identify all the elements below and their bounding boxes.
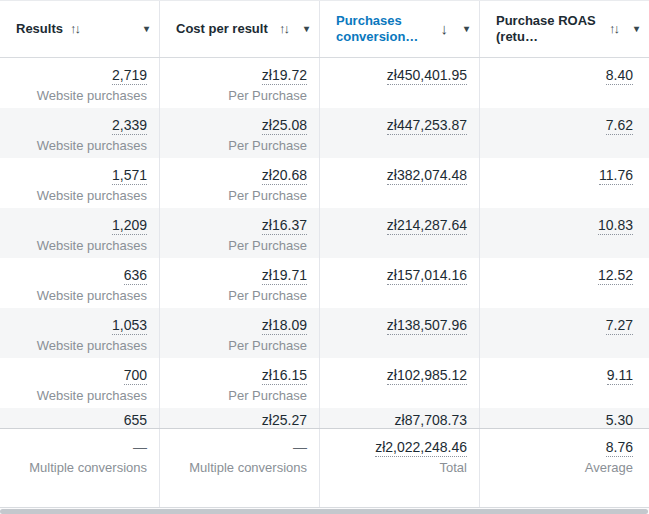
results-summary-dash: — <box>133 439 147 455</box>
cost-per-result-sublabel: Per Purchase <box>168 138 307 153</box>
conversion-total-sublabel: Total <box>328 460 467 475</box>
results-value: 1,053 <box>112 317 147 335</box>
results-sublabel: Website purchases <box>8 188 147 203</box>
roas-cell: 7.27 <box>480 308 649 358</box>
cost-per-result-value: zł16.37 <box>262 217 307 235</box>
cost-summary-dash: — <box>293 439 307 455</box>
cost-per-result-cell: zł20.68 Per Purchase <box>160 158 320 208</box>
cost-per-result-value: zł16.15 <box>262 367 307 385</box>
results-sublabel: Website purchases <box>8 388 147 403</box>
ads-manager-metrics-table: Results ↑↓ ▾ Cost per result ↑↓ ▾ Purcha… <box>0 0 649 514</box>
roas-value: 5.30 <box>606 412 633 428</box>
table-header-row: Results ↑↓ ▾ Cost per result ↑↓ ▾ Purcha… <box>0 1 649 58</box>
cost-per-result-sublabel: Per Purchase <box>168 238 307 253</box>
results-summary-sublabel: Multiple conversions <box>8 460 147 475</box>
results-summary-cell: — Multiple conversions <box>0 429 160 508</box>
chevron-down-icon[interactable]: ▾ <box>144 24 149 34</box>
cost-summary-cell: — Multiple conversions <box>160 429 320 508</box>
conversion-value: zł382,074.48 <box>387 167 467 185</box>
cost-summary-sublabel: Multiple conversions <box>168 460 307 475</box>
cost-per-result-value: zł20.68 <box>262 167 307 185</box>
roas-value: 10.83 <box>598 217 633 235</box>
chevron-down-icon[interactable]: ▾ <box>304 24 309 34</box>
roas-average-value: 8.76 <box>606 439 633 457</box>
results-cell: 2,339 Website purchases <box>0 108 160 158</box>
cost-per-result-cell: zł16.15 Per Purchase <box>160 358 320 408</box>
results-cell: 1,053 Website purchases <box>0 308 160 358</box>
sort-arrows-icon[interactable]: ↑↓ <box>609 21 620 37</box>
table-row: 2,719 Website purchases zł19.72 Per Purc… <box>0 58 649 108</box>
cost-per-result-value: zł19.71 <box>262 267 307 285</box>
conversion-value-cell: zł157,014.16 <box>320 258 480 308</box>
cost-per-result-cell: zł19.71 Per Purchase <box>160 258 320 308</box>
results-value: 1,209 <box>112 217 147 235</box>
conversion-value: zł102,985.12 <box>387 367 467 385</box>
cost-per-result-cell: zł18.09 Per Purchase <box>160 308 320 358</box>
column-header-purchases-conversion-value[interactable]: Purchases conversion… ↓ ▾ <box>320 1 480 57</box>
horizontal-scrollbar-thumb[interactable] <box>0 509 648 514</box>
conversion-total-value: zł2,022,248.46 <box>375 439 467 457</box>
conversion-value-cell: zł450,401.95 <box>320 58 480 108</box>
column-label-purchase-roas: Purchase ROAS (retu… <box>496 13 600 45</box>
conversion-value-cell: zł138,507.96 <box>320 308 480 358</box>
conversion-value-cell: zł447,253.87 <box>320 108 480 158</box>
roas-cell: 8.40 <box>480 58 649 108</box>
cost-per-result-sublabel: Per Purchase <box>168 338 307 353</box>
roas-value: 7.27 <box>606 317 633 335</box>
column-header-results[interactable]: Results ↑↓ ▾ <box>0 1 160 57</box>
conversion-value: zł157,014.16 <box>387 267 467 285</box>
conversion-value: zł214,287.64 <box>387 217 467 235</box>
results-cell: 636 Website purchases <box>0 258 160 308</box>
table-row: 1,209 Website purchases zł16.37 Per Purc… <box>0 208 649 258</box>
column-label-purchases-conversion-value: Purchases conversion… <box>336 13 440 45</box>
roas-cell: 12.52 <box>480 258 649 308</box>
results-value: 655 <box>124 412 147 428</box>
sort-arrows-icon[interactable]: ↑↓ <box>279 21 290 37</box>
results-value: 700 <box>124 367 147 385</box>
results-cell: 1,209 Website purchases <box>0 208 160 258</box>
cost-per-result-cell: zł16.37 Per Purchase <box>160 208 320 258</box>
table-row: 2,339 Website purchases zł25.08 Per Purc… <box>0 108 649 158</box>
summary-row: — Multiple conversions — Multiple conver… <box>0 428 649 508</box>
roas-value: 12.52 <box>598 267 633 285</box>
roas-cell: 11.76 <box>480 158 649 208</box>
conversion-value: zł447,253.87 <box>387 117 467 135</box>
chevron-down-icon[interactable]: ▾ <box>464 24 469 34</box>
sort-arrows-icon[interactable]: ↑↓ <box>70 21 81 37</box>
horizontal-scrollbar <box>0 507 649 514</box>
cost-per-result-value: zł19.72 <box>262 67 307 85</box>
column-header-cost-per-result[interactable]: Cost per result ↑↓ ▾ <box>160 1 320 57</box>
results-sublabel: Website purchases <box>8 238 147 253</box>
chevron-down-icon[interactable]: ▾ <box>634 24 639 34</box>
table-row: 1,571 Website purchases zł20.68 Per Purc… <box>0 158 649 208</box>
conversion-value: zł87,708.73 <box>395 412 467 428</box>
column-header-purchase-roas[interactable]: Purchase ROAS (retu… ↑↓ ▾ <box>480 1 649 57</box>
results-value: 2,719 <box>112 67 147 85</box>
results-sublabel: Website purchases <box>8 288 147 303</box>
conversion-value-cell: zł102,985.12 <box>320 358 480 408</box>
conversion-value: zł450,401.95 <box>387 67 467 85</box>
cost-per-result-sublabel: Per Purchase <box>168 288 307 303</box>
results-sublabel: Website purchases <box>8 138 147 153</box>
results-sublabel: Website purchases <box>8 88 147 103</box>
table-row: 1,053 Website purchases zł18.09 Per Purc… <box>0 308 649 358</box>
sort-desc-arrow-icon[interactable]: ↓ <box>440 21 450 37</box>
roas-average-cell: 8.76 Average <box>480 429 649 508</box>
roas-average-sublabel: Average <box>488 460 633 475</box>
roas-cell: 5.30 <box>480 408 649 428</box>
results-cell: 2,719 Website purchases <box>0 58 160 108</box>
conversion-total-cell: zł2,022,248.46 Total <box>320 429 480 508</box>
roas-cell: 7.62 <box>480 108 649 158</box>
conversion-value: zł138,507.96 <box>387 317 467 335</box>
results-cell: 700 Website purchases <box>0 358 160 408</box>
results-cell: 655 <box>0 408 160 428</box>
roas-value: 11.76 <box>599 167 633 185</box>
cost-per-result-sublabel: Per Purchase <box>168 88 307 103</box>
roas-cell: 10.83 <box>480 208 649 258</box>
cost-per-result-sublabel: Per Purchase <box>168 188 307 203</box>
results-value: 636 <box>124 267 147 285</box>
roas-value: 8.40 <box>606 67 633 85</box>
column-label-cost-per-result: Cost per result <box>176 21 268 37</box>
cost-per-result-cell: zł25.27 <box>160 408 320 428</box>
results-value: 1,571 <box>112 167 147 185</box>
